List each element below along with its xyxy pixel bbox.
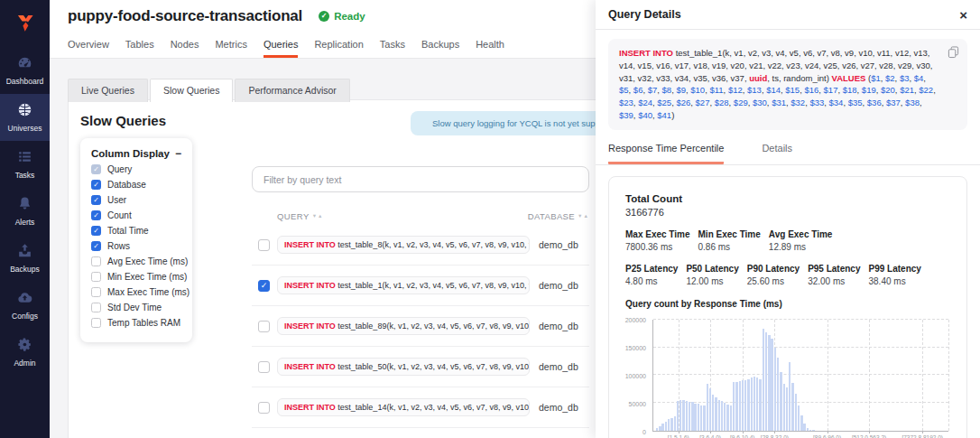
row-checkbox[interactable] (258, 321, 270, 332)
column-option-user[interactable]: ✓User (91, 195, 181, 205)
query-filter-input[interactable] (252, 166, 589, 192)
checkbox[interactable]: ✓ (91, 210, 101, 220)
checkbox[interactable]: ✓ (91, 195, 101, 205)
tab-metrics[interactable]: Metrics (215, 32, 246, 58)
sql-param: $9 (676, 85, 686, 95)
query-text-pill[interactable]: INSERT INTO test_table_89(k, v1, v2, v3,… (277, 317, 530, 335)
stat-value: 32.00 ms (808, 276, 860, 286)
sql-param: $38 (905, 98, 920, 107)
sidebar-item-dashboard[interactable]: Dashboard (0, 47, 50, 94)
column-option-temp-tables-ram[interactable]: Temp Tables RAM (91, 318, 181, 328)
table-row[interactable]: ✓INSERT INTO test_table_1(k, v1, v2, v3,… (252, 266, 589, 306)
sql-param: $18 (843, 85, 857, 95)
sql-param: $31 (772, 98, 786, 107)
sql-param: $3 (900, 73, 910, 83)
column-display-card: Column Display − ✓Query✓Database✓User✓Co… (80, 138, 192, 342)
query-text-pill[interactable]: INSERT INTO test_table_14(k, v1, v2, v3,… (277, 398, 530, 416)
sql-param: $16 (804, 85, 818, 95)
query-details-tabs: Response Time PercentileDetails (596, 130, 980, 165)
sql-param: $13 (747, 85, 762, 95)
tab-overview[interactable]: Overview (68, 32, 109, 58)
checkbox[interactable] (91, 303, 101, 312)
close-icon[interactable]: × (959, 8, 967, 22)
query-details-panel: Query Details × INSERT INTO test_table_1… (596, 0, 980, 438)
table-header-row: QUERY ▼▲ DATABASE ▼▲ (252, 207, 589, 225)
sql-param: $19 (862, 85, 876, 95)
column-option-label: Total Time (107, 226, 149, 236)
column-option-database[interactable]: ✓Database (91, 180, 181, 190)
database-cell: demo_db (539, 361, 578, 372)
column-option-rows[interactable]: ✓Rows (91, 241, 181, 251)
tab-health[interactable]: Health (476, 32, 504, 58)
tab-queries[interactable]: Queries (263, 32, 299, 58)
sql-param: $17 (824, 85, 838, 95)
histogram-bar (703, 405, 705, 431)
query-text-pill[interactable]: INSERT INTO test_table_8(k, v1, v2, v3, … (277, 236, 530, 254)
copy-icon[interactable] (948, 46, 959, 59)
sidebar-item-tasks[interactable]: Tasks (0, 141, 50, 188)
tab-tasks[interactable]: Tasks (380, 32, 405, 58)
x-tick-label: [512.0,563.2) (852, 434, 886, 438)
sidebar-item-label: Alerts (0, 218, 50, 227)
sub-tab-live-queries[interactable]: Live Queries (68, 79, 148, 102)
checkbox[interactable] (91, 272, 101, 282)
column-option-query[interactable]: ✓Query (91, 164, 181, 174)
column-header-query[interactable]: QUERY ▼▲ (277, 211, 517, 221)
column-option-label: Count (107, 210, 132, 220)
sidebar-item-admin[interactable]: Admin (0, 329, 50, 376)
sidebar-item-backups[interactable]: Backups (0, 235, 50, 282)
column-option-avg-exec-time-ms-[interactable]: Avg Exec Time (ms) (91, 256, 181, 266)
database-cell: demo_db (539, 321, 578, 331)
collapse-minus-icon[interactable]: − (175, 148, 181, 159)
histogram-bar (726, 405, 728, 431)
checkbox[interactable] (91, 256, 101, 266)
column-option-count[interactable]: ✓Count (91, 210, 181, 220)
histogram-bar (677, 401, 679, 431)
tab-tables[interactable]: Tables (125, 32, 154, 58)
checkbox[interactable]: ✓ (91, 226, 101, 236)
sidebar-item-universes[interactable]: Universes (0, 94, 50, 141)
column-option-total-time[interactable]: ✓Total Time (91, 226, 181, 236)
histogram-bar (656, 428, 658, 430)
x-tick-label: [1.5,1.6) (668, 434, 689, 438)
tab-backups[interactable]: Backups (421, 32, 459, 58)
alerts-icon (16, 200, 33, 215)
sidebar: DashboardUniversesTasksAlertsBackupsConf… (0, 0, 50, 438)
row-checkbox[interactable] (258, 361, 270, 373)
column-option-max-exec-time-ms-[interactable]: Max Exec Time (ms) (91, 287, 181, 297)
tab-replication[interactable]: Replication (314, 32, 363, 58)
sub-tab-performance-advisor[interactable]: Performance Advisor (235, 79, 349, 102)
column-option-std-dev-time[interactable]: Std Dev Time (91, 303, 181, 312)
sort-carets-icon[interactable]: ▼▲ (312, 213, 324, 219)
checkbox[interactable]: ✓ (91, 180, 101, 190)
sidebar-item-configs[interactable]: Configs (0, 282, 50, 329)
histogram-bar (668, 419, 670, 430)
checkbox[interactable] (91, 287, 101, 297)
sql-statement-box: INSERT INTO test_table_1(k, v1, v2, v3, … (608, 39, 967, 130)
row-checkbox[interactable] (258, 402, 270, 414)
checkbox: ✓ (91, 164, 101, 174)
table-row[interactable]: INSERT INTO test_table_50(k, v1, v2, v3,… (252, 347, 589, 387)
checkbox[interactable]: ✓ (91, 241, 101, 251)
details-tab-response-time-percentile[interactable]: Response Time Percentile (608, 143, 724, 164)
gridline (922, 320, 923, 431)
table-row[interactable]: INSERT INTO test_table_8(k, v1, v2, v3, … (252, 225, 589, 266)
table-row[interactable]: INSERT INTO test_table_89(k, v1, v2, v3,… (252, 306, 589, 347)
column-option-min-exec-time-ms-[interactable]: Min Exec Time (ms) (91, 272, 181, 282)
tab-nodes[interactable]: Nodes (171, 32, 199, 58)
column-option-label: Database (107, 180, 146, 190)
query-text-pill[interactable]: INSERT INTO test_table_50(k, v1, v2, v3,… (277, 358, 530, 376)
details-tab-details[interactable]: Details (762, 143, 792, 164)
total-count-label: Total Count (625, 193, 950, 204)
yugabyte-logo-icon[interactable] (0, 0, 50, 47)
table-row[interactable]: INSERT INTO test_table_14(k, v1, v2, v3,… (252, 387, 589, 428)
row-checkbox[interactable] (258, 239, 270, 251)
sidebar-item-alerts[interactable]: Alerts (0, 188, 50, 235)
column-header-database[interactable]: DATABASE ▼▲ (528, 211, 589, 221)
histogram-bar (680, 400, 681, 431)
checkbox[interactable] (91, 318, 101, 328)
sub-tab-slow-queries[interactable]: Slow Queries (150, 79, 233, 102)
query-text-pill[interactable]: INSERT INTO test_table_1(k, v1, v2, v3, … (277, 276, 530, 294)
row-checkbox[interactable]: ✓ (258, 280, 270, 292)
sort-carets-icon[interactable]: ▼▲ (578, 213, 589, 219)
